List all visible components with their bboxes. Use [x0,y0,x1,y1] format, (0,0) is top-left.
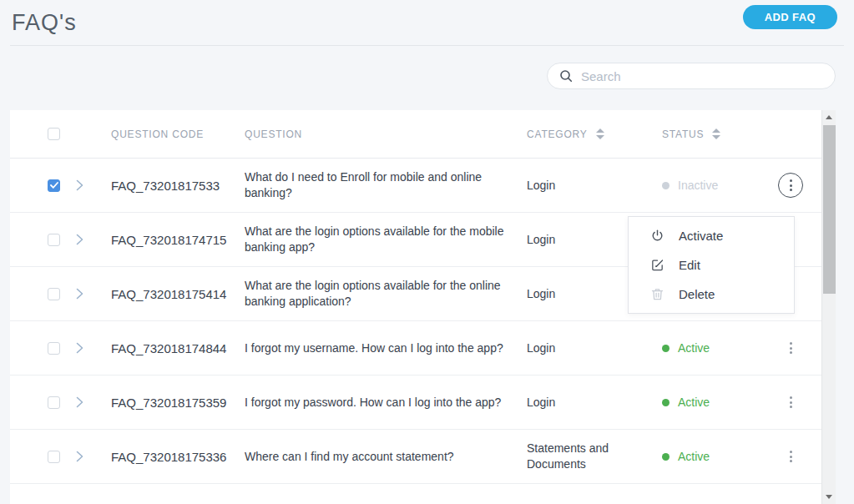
question-text: What do I need to Enroll for mobile and … [245,169,527,201]
select-all-checkbox[interactable] [48,128,60,140]
search-icon [559,69,573,83]
category-text: Statements and Documents [527,441,662,472]
status-dot [662,345,670,352]
question-code: FAQ_732018175336 [111,450,245,464]
row-checkbox[interactable] [48,342,60,355]
row-checkbox[interactable] [48,179,60,192]
status-cell: Active [662,341,771,355]
scroll-down-arrow-icon[interactable] [822,490,836,504]
trash-icon [649,287,665,301]
page-title: FAQ's [12,10,77,36]
menu-item-activate[interactable]: Activate [629,224,794,248]
row-checkbox[interactable] [48,451,60,463]
row-checkbox[interactable] [48,234,60,246]
table-row: FAQ_73201817533 What do I need to Enroll… [10,159,836,213]
search-box[interactable] [547,63,836,89]
column-header-question-code: QUESTION CODE [111,129,245,140]
row-context-menu: Activate Edit Delete [628,216,795,314]
status-dot [662,182,670,189]
question-text: Where can I find my account statement? [245,449,527,465]
column-header-status[interactable]: STATUS [662,129,771,140]
question-code: FAQ_732018174715 [111,233,245,247]
expand-chevron-icon[interactable] [76,396,111,408]
question-code: FAQ_73201817533 [111,179,245,193]
question-code: FAQ_732018175359 [111,396,245,410]
status-label: Active [678,396,710,409]
table-row: FAQ_732018175336 Where can I find my acc… [10,430,836,484]
question-text: I forgot my username. How can I log into… [245,340,527,356]
question-text: What are the login options available for… [245,224,527,255]
menu-item-edit[interactable]: Edit [629,253,794,277]
table-row: FAQ_732018175359 I forgot my password. H… [10,375,836,430]
add-faq-button[interactable]: ADD FAQ [743,5,837,29]
title-divider [10,45,844,46]
category-text: Login [527,340,662,356]
search-input[interactable] [581,69,823,83]
question-text: I forgot my password. How can I log into… [245,395,527,411]
power-icon [649,229,665,243]
kebab-menu-button[interactable] [778,335,803,360]
table-body: FAQ_73201817533 What do I need to Enroll… [10,159,836,484]
status-cell: Active [662,396,771,409]
row-checkbox[interactable] [48,288,60,300]
expand-chevron-icon[interactable] [76,342,111,354]
status-label: Active [678,341,710,355]
expand-chevron-icon[interactable] [76,288,111,300]
sort-icon[interactable] [596,129,604,139]
question-code: FAQ_732018174844 [111,341,245,355]
row-checkbox[interactable] [48,396,60,409]
status-dot [662,399,670,406]
category-text: Login [527,178,662,194]
kebab-menu-button[interactable] [778,444,803,469]
menu-item-delete[interactable]: Delete [629,282,794,306]
vertical-scrollbar[interactable] [821,110,836,504]
expand-chevron-icon[interactable] [76,179,111,191]
status-label: Inactive [678,179,718,192]
status-label: Active [678,450,710,463]
kebab-menu-button[interactable] [778,173,803,198]
question-code: FAQ_732018175414 [111,287,245,301]
kebab-menu-button[interactable] [778,390,803,415]
expand-chevron-icon[interactable] [76,234,111,245]
table-header-row: QUESTION CODE QUESTION CATEGORY STATUS [10,110,836,159]
question-text: What are the login options available for… [245,278,527,310]
table-row: FAQ_732018174844 I forgot my username. H… [10,321,836,375]
status-dot [662,453,670,461]
scrollbar-thumb[interactable] [823,125,836,294]
scroll-up-arrow-icon[interactable] [822,110,836,124]
expand-chevron-icon[interactable] [76,451,111,462]
status-cell: Active [662,450,771,463]
column-header-question: QUESTION [245,129,527,140]
edit-icon [649,258,665,272]
status-cell: Inactive [662,179,771,192]
category-text: Login [527,395,662,411]
column-header-category[interactable]: CATEGORY [527,129,662,140]
sort-icon[interactable] [712,129,720,139]
